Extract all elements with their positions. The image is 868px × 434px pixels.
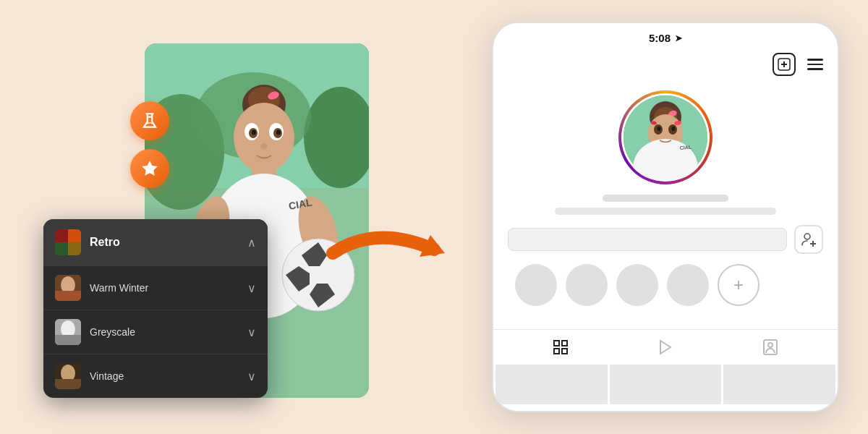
svg-rect-24 — [55, 242, 68, 255]
plus-button[interactable] — [773, 53, 796, 76]
warm-winter-left: Warm Winter — [55, 275, 148, 301]
story-circle-1[interactable] — [515, 264, 557, 306]
dropdown-header-left: Retro — [55, 229, 120, 255]
avatar-inner: CIAL — [621, 93, 710, 182]
svg-marker-60 — [660, 341, 671, 354]
add-friend-icon — [801, 231, 817, 247]
portrait-nav-button[interactable] — [760, 337, 780, 357]
retro-thumbnail — [55, 229, 81, 255]
warm-winter-chevron: ∨ — [247, 281, 256, 295]
warm-winter-thumbnail — [55, 275, 81, 301]
svg-rect-58 — [554, 349, 559, 354]
profile-name-bar — [603, 195, 728, 202]
profile-section: CIAL — [493, 83, 838, 329]
navigation-icon: ➤ — [675, 33, 682, 43]
svg-rect-56 — [554, 341, 559, 346]
retro-chevron: ∧ — [247, 236, 256, 250]
svg-point-62 — [768, 343, 773, 347]
hamburger-line-1 — [807, 59, 823, 61]
svg-point-8 — [234, 103, 294, 172]
svg-rect-23 — [68, 229, 81, 242]
play-icon — [657, 339, 674, 356]
hamburger-line-2 — [807, 64, 823, 66]
lab-icon — [140, 111, 159, 130]
svg-point-49 — [672, 127, 676, 131]
vintage-item[interactable]: Vintage ∨ — [43, 354, 268, 398]
add-story-plus-icon: + — [733, 275, 744, 295]
hamburger-button[interactable] — [807, 59, 823, 70]
story-circle-2[interactable] — [566, 264, 608, 306]
vintage-chevron: ∨ — [247, 370, 256, 383]
grid-nav-button[interactable] — [550, 337, 571, 357]
add-friend-row — [508, 225, 823, 254]
profile-text-bar — [508, 228, 787, 251]
svg-text:CIAL: CIAL — [679, 145, 692, 150]
svg-rect-22 — [55, 229, 68, 242]
phone-mockup: 5:08 ➤ — [492, 22, 839, 412]
svg-rect-31 — [55, 335, 81, 345]
greyscale-thumbnail — [55, 319, 81, 345]
grid-preview — [493, 365, 838, 404]
retro-label: Retro — [90, 236, 120, 249]
warm-winter-item[interactable]: Warm Winter ∨ — [43, 265, 268, 310]
svg-point-53 — [804, 234, 810, 239]
greyscale-chevron: ∨ — [247, 326, 256, 339]
avatar-ring[interactable]: CIAL — [618, 90, 712, 184]
add-story-button[interactable]: + — [718, 264, 760, 306]
vintage-label: Vintage — [90, 370, 124, 382]
portrait-icon — [762, 339, 779, 356]
vintage-thumbnail — [55, 363, 81, 389]
avatar-photo: CIAL — [624, 95, 707, 179]
dropdown-menu: Retro ∧ Warm Winter ∨ — [43, 219, 268, 398]
grid-cell-2 — [610, 365, 722, 404]
vintage-left: Vintage — [55, 363, 124, 389]
status-time: 5:08 — [649, 32, 671, 44]
dropdown-header-retro[interactable]: Retro ∧ — [43, 219, 268, 265]
favorite-button[interactable] — [130, 149, 169, 188]
arrow-graphic — [318, 210, 463, 282]
svg-rect-57 — [562, 341, 567, 346]
add-friend-button[interactable] — [794, 225, 823, 254]
grid-icon — [552, 339, 569, 356]
svg-point-48 — [658, 127, 661, 131]
greyscale-left: Greyscale — [55, 319, 135, 345]
plus-icon — [778, 58, 791, 71]
story-row: + — [508, 264, 823, 306]
hamburger-line-3 — [807, 68, 823, 70]
play-nav-button[interactable] — [655, 337, 676, 357]
warm-winter-label: Warm Winter — [90, 282, 148, 294]
svg-point-20 — [260, 143, 268, 149]
phone-header — [493, 50, 838, 83]
svg-rect-28 — [55, 291, 81, 301]
svg-rect-59 — [562, 349, 567, 354]
svg-point-18 — [252, 130, 256, 135]
status-bar: 5:08 ➤ — [493, 23, 838, 50]
grid-cell-3 — [723, 365, 835, 404]
greyscale-label: Greyscale — [90, 326, 135, 338]
bottom-nav — [493, 329, 838, 365]
story-circle-4[interactable] — [667, 264, 709, 306]
star-icon — [140, 159, 159, 178]
arrow-container — [318, 210, 463, 282]
svg-point-19 — [276, 130, 281, 135]
lab-button[interactable] — [130, 101, 169, 140]
greyscale-item[interactable]: Greyscale ∨ — [43, 310, 268, 354]
svg-rect-34 — [55, 379, 81, 389]
profile-stats-bar — [555, 208, 775, 215]
svg-rect-25 — [68, 242, 81, 255]
grid-cell-1 — [495, 365, 608, 404]
story-circle-3[interactable] — [616, 264, 658, 306]
tool-buttons — [130, 101, 169, 188]
